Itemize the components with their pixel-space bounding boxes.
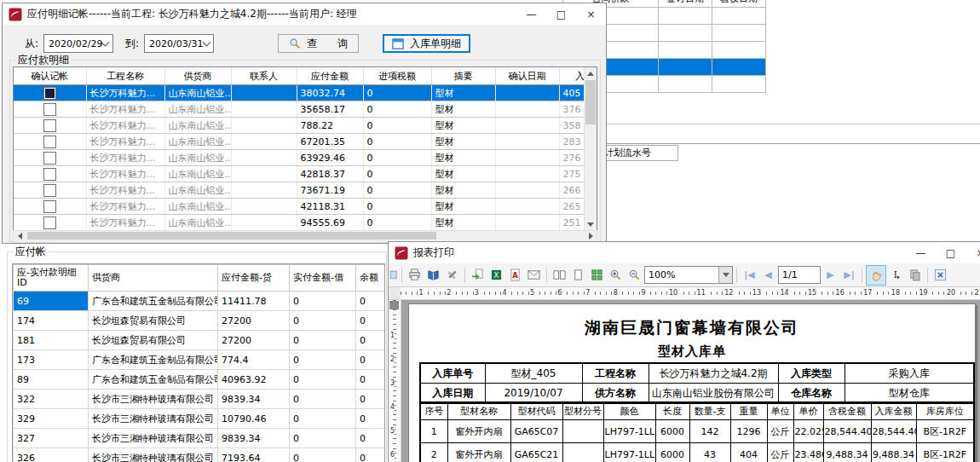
confirm-checkbox[interactable]: [43, 152, 56, 165]
zoom-in-icon[interactable]: [607, 266, 625, 284]
query-button[interactable]: 查 询: [278, 34, 359, 53]
table-row[interactable]: 174长沙坦森贸易有限公司2720000: [14, 311, 386, 331]
export-icon[interactable]: [469, 266, 487, 284]
close-preview-button[interactable]: [931, 266, 949, 284]
table-row[interactable]: 长沙万科魅力...山东南山铝业...42118.310型材265: [14, 199, 597, 215]
confirm-checkbox[interactable]: [43, 119, 56, 132]
scroll-down-button[interactable]: [585, 218, 597, 230]
minimize-button[interactable]: —: [516, 3, 546, 25]
ruler-number: 10: [668, 288, 678, 297]
previous-page-button[interactable]: ◀: [759, 266, 777, 284]
zoom-level-dropdown[interactable]: 100%: [644, 266, 733, 284]
copy-page-button[interactable]: [906, 266, 924, 284]
cell: 9839.34: [218, 390, 290, 409]
from-date-dropdown[interactable]: 2020/02/29: [43, 34, 113, 53]
cell: 长沙万科魅力...: [86, 199, 164, 215]
column-header[interactable]: 应付金额: [297, 67, 363, 85]
titlebar[interactable]: 报表打印 — □ ×: [389, 242, 980, 263]
column-header[interactable]: 联系人: [231, 67, 297, 85]
maximize-button[interactable]: □: [936, 242, 966, 263]
column-header[interactable]: 实付金额-借: [290, 265, 356, 292]
vertical-scrollbar[interactable]: [584, 67, 597, 230]
mail-icon[interactable]: [525, 266, 543, 284]
cell: [495, 101, 559, 118]
table-row[interactable]: 长沙万科魅力...山东南山铝业...38032.740型材405: [14, 85, 597, 101]
ruler-number: 2: [446, 288, 452, 297]
cell: [231, 166, 297, 182]
table-row[interactable]: 326长沙市三湘特种玻璃有限公司7193.6400: [14, 448, 386, 462]
table-row[interactable]: 长沙万科魅力...山东南山铝业...63929.460型材276: [14, 150, 597, 166]
to-date-dropdown[interactable]: 2020/03/31: [144, 34, 214, 53]
dropdown-button[interactable]: [718, 267, 732, 283]
settings-tools-icon[interactable]: [443, 266, 461, 284]
document-icon[interactable]: [389, 266, 398, 284]
to-date-value: 2020/03/31: [149, 38, 203, 49]
scrollbar-thumb[interactable]: [27, 232, 436, 240]
column-header[interactable]: 工程名称: [86, 67, 164, 85]
scroll-up-button[interactable]: [585, 67, 597, 79]
column-header[interactable]: 确认记帐: [14, 67, 86, 85]
titlebar[interactable]: 应付明细记帐------当前工程: 长沙万科魅力之城4.2期------当前用户…: [3, 3, 606, 25]
table-row[interactable]: 长沙万科魅力...山东南山铝业...35658.170型材376: [14, 101, 597, 118]
scroll-right-button[interactable]: [585, 231, 597, 240]
multiple-pages-icon[interactable]: [588, 266, 606, 284]
column-header[interactable]: 供货商: [164, 67, 231, 85]
table-row[interactable]: 322长沙市三湘特种玻璃有限公司9839.3400: [14, 390, 386, 409]
table-row[interactable]: 长沙万科魅力...山东南山铝业...67201.350型材283: [14, 134, 597, 150]
cell: 0: [290, 429, 356, 448]
column-header[interactable]: 应-实付款明细ID: [14, 265, 89, 292]
table-row[interactable]: 长沙万科魅力...山东南山铝业...73671.190型材266: [14, 182, 597, 199]
excel-export-icon[interactable]: X: [487, 266, 505, 284]
confirm-checkbox[interactable]: [43, 184, 56, 197]
inbound-detail-button-label: 入库单明细: [410, 37, 461, 51]
minimize-button[interactable]: —: [906, 242, 936, 263]
next-page-button[interactable]: ▶: [821, 266, 839, 284]
confirm-checkbox[interactable]: [43, 200, 56, 213]
facing-pages-icon[interactable]: [551, 266, 568, 284]
column-header[interactable]: 确认日期: [495, 67, 559, 85]
confirm-checkbox[interactable]: [43, 217, 56, 229]
table-row[interactable]: 长沙万科魅力...山东南山铝业...94555.690型材251: [14, 215, 597, 231]
print-icon[interactable]: [406, 266, 424, 284]
zoom-out-icon[interactable]: [625, 266, 643, 284]
confirm-checkbox[interactable]: [43, 103, 56, 116]
table-row[interactable]: 327长沙市三湘特种玻璃有限公司9839.3400: [14, 429, 386, 448]
close-button[interactable]: ×: [966, 242, 980, 263]
cell: 长沙万科魅力...: [86, 166, 164, 182]
first-page-button[interactable]: |◀: [741, 266, 758, 284]
confirm-checkbox[interactable]: [43, 168, 56, 181]
table-row[interactable]: 89广东合和建筑五金制品有限公司40963.9200: [14, 370, 386, 390]
column-header[interactable]: 摘要: [431, 67, 495, 85]
single-page-icon[interactable]: [569, 266, 587, 284]
table-row[interactable]: 329长沙市三湘特种玻璃有限公司10790.4600: [14, 409, 386, 429]
close-button[interactable]: ×: [576, 3, 606, 25]
ruler-number: 18: [891, 288, 901, 297]
column-header[interactable]: 供货商: [89, 265, 218, 292]
cell: 0: [356, 350, 386, 370]
pdf-export-icon[interactable]: A: [506, 266, 524, 284]
table-row[interactable]: 长沙万科魅力...山东南山铝业...42818.370型材275: [14, 166, 597, 182]
column-header[interactable]: 应付金额-贷: [218, 265, 290, 292]
text-select-tool-button[interactable]: I: [887, 266, 905, 284]
scroll-left-button[interactable]: [14, 231, 26, 240]
page-indicator-input[interactable]: 1/1: [778, 266, 821, 284]
plan-serial-field[interactable]: 计划流水号: [602, 145, 678, 161]
column-header[interactable]: 进项税额: [363, 67, 431, 85]
cell: [495, 182, 559, 199]
confirm-checkbox[interactable]: [43, 87, 56, 100]
cell: 7193.64: [218, 448, 290, 462]
confirm-checkbox[interactable]: [43, 136, 56, 148]
inbound-detail-button[interactable]: 入库单明细: [383, 34, 470, 53]
table-row[interactable]: 69广东合和建筑五金制品有限公司11411.7800: [14, 292, 386, 311]
table-row[interactable]: 长沙万科魅力...山东南山铝业...788.220型材358: [14, 118, 597, 134]
maximize-button[interactable]: □: [546, 3, 576, 25]
table-row[interactable]: 181长沙坦森贸易有限公司2720000: [14, 331, 386, 350]
scrollbar-thumb[interactable]: [585, 80, 596, 124]
book-icon[interactable]: [424, 266, 442, 284]
last-page-button[interactable]: ▶|: [840, 266, 858, 284]
table-row[interactable]: 173广东合和建筑五金制品有限公司774.400: [14, 350, 386, 370]
column-header[interactable]: 余额: [356, 265, 386, 292]
cell: [231, 215, 297, 231]
print-preview-area[interactable]: 123456 湖南巨晟门窗幕墙有限公司 型材入库单 入库单号型材_405工程名称…: [389, 300, 980, 462]
hand-pan-tool-button[interactable]: [866, 265, 886, 286]
